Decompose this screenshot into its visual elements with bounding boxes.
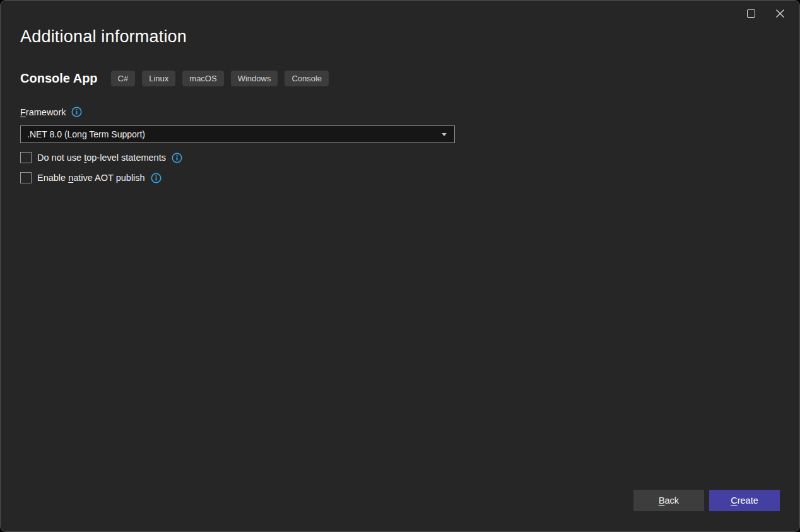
framework-selected-value: .NET 8.0 (Long Term Support) [27,129,442,139]
framework-label-row: Framework [20,107,780,117]
tag-csharp: C# [111,71,136,86]
tag-macos: macOS [182,71,223,86]
framework-label: Framework [20,107,66,117]
top-level-statements-label: Do not use top-level statements [37,153,166,163]
page-title: Additional information [20,27,780,47]
tag-console: Console [285,71,329,86]
tag-linux: Linux [142,71,175,86]
tag-windows: Windows [231,71,278,86]
top-level-statements-checkbox[interactable] [20,152,32,163]
back-button[interactable]: Back [633,490,704,511]
option-top-level-statements[interactable]: Do not use top-level statements [20,152,182,163]
native-aot-checkbox[interactable] [20,172,32,183]
create-button[interactable]: Create [709,490,780,511]
native-aot-info-icon[interactable] [151,173,162,183]
option-native-aot[interactable]: Enable native AOT publish [20,172,162,183]
top-level-statements-info-icon[interactable] [172,153,182,163]
framework-info-icon[interactable] [71,107,82,117]
additional-information-dialog: Additional information Console App C# Li… [0,0,800,532]
project-header: Console App C# Linux macOS Windows Conso… [20,71,780,86]
project-type-name: Console App [20,71,98,86]
native-aot-label: Enable native AOT publish [37,173,145,183]
framework-select[interactable]: .NET 8.0 (Long Term Support) [20,125,455,143]
chevron-down-icon [442,133,447,136]
dialog-footer: Back Create [633,490,780,511]
